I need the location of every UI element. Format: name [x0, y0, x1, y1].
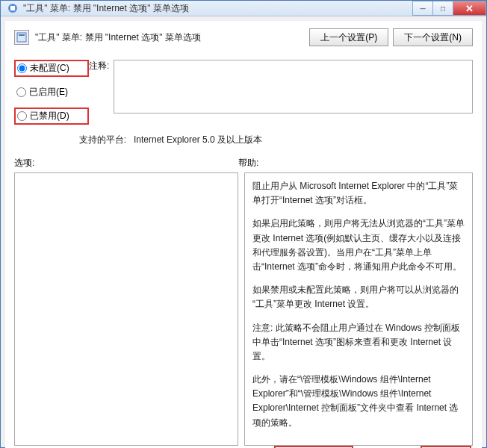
help-label: 帮助:: [238, 157, 473, 169]
prev-setting-button[interactable]: 上一个设置(P): [309, 28, 388, 46]
svg-rect-3: [19, 34, 25, 36]
radio-enabled-input[interactable]: [16, 87, 26, 97]
help-paragraph: 如果启用此策略，则用户将无法从浏览器的“工具”菜单更改 Internet 选项(…: [252, 217, 465, 274]
help-paragraph: 此外，请在“\管理模板\Windows 组件\Internet Explorer…: [252, 373, 465, 430]
header-row: "工具" 菜单: 禁用 "Internet 选项" 菜单选项 上一个设置(P) …: [14, 28, 473, 46]
maximize-button[interactable]: □: [432, 1, 453, 16]
platform-label: 支持的平台:: [14, 134, 134, 146]
dialog-window: "工具" 菜单: 禁用 "Internet 选项" 菜单选项 ─ □ ✕ "工具…: [0, 0, 487, 448]
policy-title: "工具" 菜单: 禁用 "Internet 选项" 菜单选项: [35, 31, 305, 44]
section-labels: 选项: 帮助:: [14, 157, 473, 169]
radio-disabled[interactable]: 已禁用(D): [14, 108, 89, 125]
panels: 阻止用户从 Microsoft Internet Explorer 中的“工具”…: [14, 172, 473, 446]
help-paragraph: 注意: 此策略不会阻止用户通过在 Windows 控制面板中单击“Interne…: [252, 321, 465, 364]
radio-not-configured-label: 未配置(C): [30, 62, 69, 75]
comment-label: 注释:: [89, 60, 109, 125]
platform-value: Internet Explorer 5.0 及以上版本: [134, 134, 473, 146]
help-panel: 阻止用户从 Microsoft Internet Explorer 中的“工具”…: [244, 172, 473, 446]
svg-rect-2: [17, 33, 26, 42]
svg-rect-1: [10, 6, 15, 10]
options-label: 选项:: [14, 157, 238, 169]
close-button[interactable]: ✕: [453, 1, 486, 16]
policy-icon: [14, 30, 29, 45]
radio-not-configured-input[interactable]: [17, 63, 27, 73]
help-paragraph: 如果禁用或未配置此策略，则用户将可以从浏览器的“工具”菜单更改 Internet…: [252, 283, 465, 311]
platform-row: 支持的平台: Internet Explorer 5.0 及以上版本: [14, 134, 473, 146]
titlebar[interactable]: "工具" 菜单: 禁用 "Internet 选项" 菜单选项 ─ □ ✕: [1, 1, 486, 16]
radio-enabled[interactable]: 已启用(E): [14, 84, 89, 100]
app-icon: [7, 2, 19, 14]
comment-textarea[interactable]: [114, 60, 473, 113]
radio-disabled-input[interactable]: [17, 111, 27, 121]
radio-disabled-label: 已禁用(D): [30, 110, 69, 122]
radio-group: 未配置(C) 已启用(E) 已禁用(D): [14, 60, 89, 125]
radio-not-configured[interactable]: 未配置(C): [14, 60, 89, 77]
minimize-button[interactable]: ─: [412, 1, 433, 16]
config-row: 未配置(C) 已启用(E) 已禁用(D) 注释:: [14, 60, 473, 125]
next-setting-button[interactable]: 下一个设置(N): [393, 28, 473, 46]
radio-enabled-label: 已启用(E): [29, 86, 68, 99]
window-title: "工具" 菜单: 禁用 "Internet 选项" 菜单选项: [23, 2, 413, 15]
options-panel: [14, 172, 238, 446]
window-controls: ─ □ ✕: [413, 1, 486, 16]
help-paragraph: 阻止用户从 Microsoft Internet Explorer 中的“工具”…: [252, 179, 465, 208]
content-area: "工具" 菜单: 禁用 "Internet 选项" 菜单选项 上一个设置(P) …: [5, 21, 482, 448]
